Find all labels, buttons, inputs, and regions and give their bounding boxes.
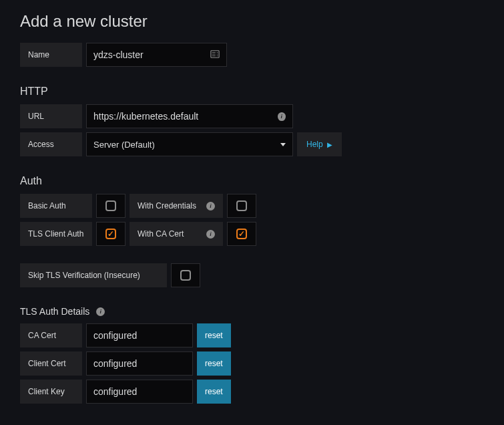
checkbox-unchecked-icon — [180, 270, 191, 281]
chevron-right-icon: ▶ — [327, 141, 332, 148]
name-input[interactable] — [93, 49, 210, 60]
client-cert-reset-button[interactable]: reset — [197, 351, 231, 376]
checkbox-unchecked-icon — [236, 200, 247, 211]
tls-client-auth-checkbox[interactable] — [96, 222, 125, 246]
access-label: Access — [20, 132, 82, 156]
checkbox-unchecked-icon — [105, 200, 116, 211]
client-cert-label: Client Cert — [20, 351, 82, 376]
checkbox-checked-icon — [105, 229, 116, 239]
basic-auth-checkbox[interactable] — [96, 194, 125, 218]
auth-section-title: Auth — [20, 175, 484, 187]
with-credentials-label: With Credentials i — [130, 194, 223, 218]
tls-details-section-title: TLS Auth Details i — [20, 306, 484, 317]
access-value: Server (Default) — [93, 140, 155, 150]
with-credentials-checkbox[interactable] — [227, 194, 256, 218]
info-icon[interactable]: i — [206, 202, 215, 210]
client-key-label: Client Key — [20, 380, 82, 404]
skip-tls-checkbox[interactable] — [171, 263, 200, 287]
form-icon — [210, 49, 220, 61]
info-icon[interactable]: i — [96, 307, 105, 316]
checkbox-checked-icon — [236, 229, 247, 239]
ca-cert-value: configured — [86, 323, 193, 347]
skip-tls-label: Skip TLS Verification (Insecure) — [20, 263, 167, 287]
with-ca-cert-checkbox[interactable] — [227, 222, 256, 246]
with-ca-cert-label: With CA Cert i — [130, 222, 223, 246]
url-label: URL — [20, 104, 82, 128]
help-button[interactable]: Help ▶ — [297, 132, 342, 156]
chevron-down-icon — [280, 143, 286, 146]
url-input-wrapper[interactable]: i — [86, 104, 293, 128]
name-label: Name — [20, 43, 82, 67]
info-icon[interactable]: i — [206, 230, 215, 239]
url-input[interactable] — [93, 111, 278, 122]
info-icon[interactable]: i — [278, 112, 286, 121]
tls-client-auth-label: TLS Client Auth — [20, 222, 92, 246]
client-key-value: configured — [86, 380, 193, 404]
http-section-title: HTTP — [20, 86, 484, 98]
access-select[interactable]: Server (Default) — [86, 132, 293, 156]
client-cert-value: configured — [86, 351, 193, 376]
page-title: Add a new cluster — [20, 12, 484, 31]
ca-cert-reset-button[interactable]: reset — [197, 323, 231, 347]
ca-cert-label: CA Cert — [20, 323, 82, 347]
help-label: Help — [306, 140, 323, 149]
basic-auth-label: Basic Auth — [20, 194, 92, 218]
name-input-wrapper[interactable] — [86, 43, 227, 67]
client-key-reset-button[interactable]: reset — [197, 380, 231, 404]
